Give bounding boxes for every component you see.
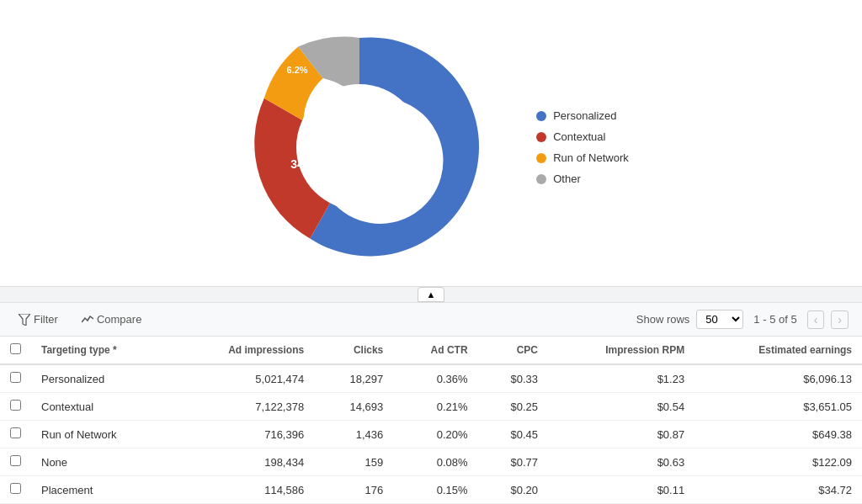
filter-icon	[19, 314, 30, 326]
row-checkbox-3[interactable]	[10, 455, 21, 466]
row-checkbox-cell	[0, 364, 31, 393]
cell-impression_rpm: $0.54	[548, 393, 694, 421]
filter-button[interactable]: Filter	[13, 310, 63, 329]
cell-estimated_earnings: $34.72	[694, 476, 862, 504]
cell-impression_rpm: $0.87	[548, 421, 694, 448]
cell-ad_ctr: 0.15%	[393, 476, 477, 504]
pagination-info: 1 - 5 of 5	[753, 313, 796, 326]
row-checkbox-cell	[0, 448, 31, 476]
row-checkbox-cell	[0, 393, 31, 421]
cell-ad_impressions: 7,122,378	[173, 393, 314, 421]
cell-targeting_type: Placement	[31, 476, 173, 504]
header-clicks: Clicks	[314, 337, 393, 364]
cell-targeting_type: Run of Network	[31, 421, 173, 448]
cell-ad_impressions: 114,586	[173, 476, 314, 504]
cell-clicks: 1,436	[314, 421, 393, 448]
header-targeting-type: Targeting type *	[31, 337, 173, 364]
cell-clicks: 159	[314, 448, 393, 476]
cell-targeting_type: Contextual	[31, 393, 173, 421]
label-ron: 6.2%	[287, 65, 308, 75]
cell-targeting_type: None	[31, 448, 173, 476]
legend-item-other: Other	[536, 172, 629, 185]
data-table: Targeting type * Ad impressions Clicks A…	[0, 337, 862, 504]
chart-section: 57.8% 34.6% 6.2% Personalized Contextual…	[0, 0, 862, 286]
donut-chart: 57.8% 34.6% 6.2%	[233, 21, 486, 273]
row-checkbox-2[interactable]	[10, 427, 21, 438]
svg-marker-0	[19, 314, 30, 326]
show-rows-select[interactable]: 10 25 50 100	[696, 310, 743, 329]
legend-item-personalized: Personalized	[536, 109, 629, 122]
header-cpc: CPC	[478, 337, 548, 364]
cell-estimated_earnings: $6,096.13	[694, 364, 862, 393]
cell-clicks: 176	[314, 476, 393, 504]
table-row: Placement114,5861760.15%$0.20$0.11$34.72	[0, 476, 862, 504]
select-all-checkbox[interactable]	[10, 343, 21, 354]
header-impression-rpm: Impression RPM	[548, 337, 694, 364]
cell-targeting_type: Personalized	[31, 364, 173, 393]
legend-dot-personalized	[536, 111, 546, 121]
row-checkbox-1[interactable]	[10, 400, 21, 411]
header-checkbox-col	[0, 337, 31, 364]
toolbar: Filter Compare Show rows 10 25 50 100 1 …	[0, 303, 862, 337]
table-header-row: Targeting type * Ad impressions Clicks A…	[0, 337, 862, 364]
cell-ad_impressions: 716,396	[173, 421, 314, 448]
toolbar-right: Show rows 10 25 50 100 1 - 5 of 5 ‹ ›	[636, 310, 849, 329]
legend-item-contextual: Contextual	[536, 130, 629, 143]
cell-ad_impressions: 5,021,474	[173, 364, 314, 393]
collapse-button[interactable]: ▲	[418, 287, 445, 302]
row-checkbox-cell	[0, 476, 31, 504]
cell-cpc: $0.25	[478, 393, 548, 421]
row-checkbox-0[interactable]	[10, 372, 21, 383]
table-row: Contextual7,122,37814,6930.21%$0.25$0.54…	[0, 393, 862, 421]
chart-legend: Personalized Contextual Run of Network O…	[536, 109, 629, 185]
legend-label-personalized: Personalized	[553, 109, 616, 122]
header-ad-impressions: Ad impressions	[173, 337, 314, 364]
table-row: None198,4341590.08%$0.77$0.63$122.09	[0, 448, 862, 476]
filter-label: Filter	[34, 313, 58, 326]
cell-estimated_earnings: $3,651.05	[694, 393, 862, 421]
legend-label-ron: Run of Network	[553, 151, 629, 164]
cell-ad_ctr: 0.36%	[393, 364, 477, 393]
cell-impression_rpm: $0.11	[548, 476, 694, 504]
cell-ad_ctr: 0.20%	[393, 421, 477, 448]
row-checkbox-cell	[0, 421, 31, 448]
legend-label-contextual: Contextual	[553, 130, 605, 143]
cell-cpc: $0.33	[478, 364, 548, 393]
compare-icon	[82, 314, 93, 326]
compare-label: Compare	[97, 313, 141, 326]
cell-impression_rpm: $0.63	[548, 448, 694, 476]
legend-dot-other	[536, 174, 546, 184]
cell-ad_ctr: 0.08%	[393, 448, 477, 476]
header-ad-ctr: Ad CTR	[393, 337, 477, 364]
cell-cpc: $0.20	[478, 476, 548, 504]
collapse-divider: ▲	[0, 286, 862, 302]
donut-hole	[296, 84, 423, 210]
next-page-button[interactable]: ›	[831, 310, 849, 329]
table-row: Personalized5,021,47418,2970.36%$0.33$1.…	[0, 364, 862, 393]
show-rows-label: Show rows	[636, 313, 690, 326]
label-personalized: 57.8%	[380, 166, 414, 179]
prev-page-button[interactable]: ‹	[807, 310, 825, 329]
table-row: Run of Network716,3961,4360.20%$0.45$0.8…	[0, 421, 862, 448]
label-contextual: 34.6%	[290, 157, 324, 171]
table-body: Personalized5,021,47418,2970.36%$0.33$1.…	[0, 364, 862, 504]
compare-button[interactable]: Compare	[77, 310, 146, 329]
header-estimated-earnings: Estimated earnings	[694, 337, 862, 364]
cell-clicks: 14,693	[314, 393, 393, 421]
row-checkbox-4[interactable]	[10, 483, 21, 494]
legend-label-other: Other	[553, 172, 581, 185]
legend-item-ron: Run of Network	[536, 151, 629, 164]
cell-ad_impressions: 198,434	[173, 448, 314, 476]
cell-estimated_earnings: $649.38	[694, 421, 862, 448]
cell-cpc: $0.45	[478, 421, 548, 448]
legend-dot-contextual	[536, 132, 546, 142]
table-section: Filter Compare Show rows 10 25 50 100 1 …	[0, 302, 862, 504]
cell-ad_ctr: 0.21%	[393, 393, 477, 421]
cell-cpc: $0.77	[478, 448, 548, 476]
legend-dot-ron	[536, 153, 546, 163]
cell-impression_rpm: $1.23	[548, 364, 694, 393]
cell-clicks: 18,297	[314, 364, 393, 393]
cell-estimated_earnings: $122.09	[694, 448, 862, 476]
